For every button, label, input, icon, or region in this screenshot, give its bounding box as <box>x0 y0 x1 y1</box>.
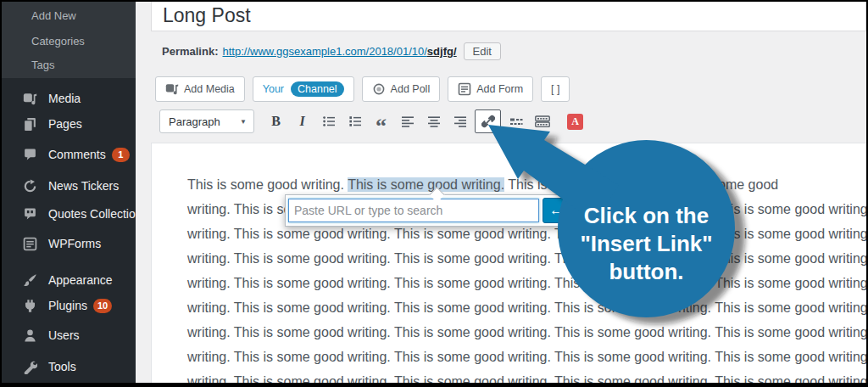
add-form-label: Add Form <box>476 83 523 95</box>
advanced-editor-button[interactable]: A <box>567 114 583 130</box>
plugins-count-badge: 10 <box>93 299 112 313</box>
line-text: This is some good writing. This is some … <box>504 177 778 192</box>
sidebar-item-label: Appearance <box>48 273 113 287</box>
media-buttons-row: Add Media Your Channel Add Poll Add Form… <box>155 76 570 102</box>
your-channel-label-your: Your <box>263 83 284 95</box>
permalink-edit-button[interactable]: Edit <box>464 42 501 60</box>
sidebar-item-label: News Tickers <box>48 179 119 193</box>
editor-line: writing. This is some good writing. This… <box>187 345 866 369</box>
news-tickers-icon <box>22 178 37 194</box>
align-center-button[interactable] <box>422 110 445 132</box>
align-left-button[interactable] <box>396 110 419 132</box>
tools-icon <box>22 359 37 374</box>
add-media-icon <box>165 82 179 96</box>
sidebar-item-label: Pages <box>48 117 82 131</box>
sidebar-item-news-tickers[interactable]: News Tickers <box>2 174 136 198</box>
posts-submenu: Add New Categories Tags <box>2 2 136 78</box>
sidebar-item-categories[interactable]: Categories <box>31 33 85 50</box>
sidebar-item-label: WPForms <box>48 237 101 250</box>
users-icon <box>22 328 37 343</box>
sidebar-item-label: Comments <box>48 148 106 161</box>
selected-text: This is some good writing. <box>348 177 504 192</box>
wpforms-icon <box>22 236 37 251</box>
chevron-down-icon: ▼ <box>240 118 247 126</box>
permalink-link[interactable]: http://www.ggsexample1.com/2018/01/10/sd… <box>222 45 456 58</box>
align-right-button[interactable] <box>448 110 471 132</box>
shortcode-label: [ ] <box>551 83 559 95</box>
quotes-collection-icon <box>22 206 37 222</box>
editor-content-area[interactable]: This is some good writing. This is some … <box>151 143 866 383</box>
your-channel-label-channel: Channel <box>291 81 344 97</box>
sidebar-item-label: Media <box>48 92 81 105</box>
appearance-icon <box>22 272 37 288</box>
italic-button[interactable]: I <box>291 110 314 132</box>
screenshot-frame: Add New Categories Tags Media Pages Comm… <box>2 2 866 383</box>
insert-link-popup: ← <box>285 194 574 227</box>
numbered-list-button[interactable] <box>343 110 366 132</box>
editor-line: writing. This is some good writing. This… <box>187 320 866 345</box>
sidebar-item-tags[interactable]: Tags <box>31 57 54 74</box>
insert-link-button[interactable] <box>475 109 501 133</box>
editor-line: This is some good writing. This is some … <box>187 172 866 197</box>
add-media-label: Add Media <box>184 83 235 95</box>
editor-line: writing. This is some good writing. This… <box>187 246 866 271</box>
sidebar-item-users[interactable]: Users <box>2 323 136 347</box>
sidebar-item-add-new[interactable]: Add New <box>31 8 76 25</box>
post-title-input[interactable]: Long Post <box>151 2 866 31</box>
add-poll-icon <box>372 82 386 96</box>
permalink-label: Permalink: <box>162 45 218 58</box>
admin-sidebar: Add New Categories Tags Media Pages Comm… <box>2 2 136 383</box>
sidebar-item-plugins[interactable]: Plugins 10 <box>2 294 136 317</box>
apply-link-button[interactable]: ← <box>542 198 570 223</box>
editor-toolbar: Paragraph ▼ B I “ A <box>159 109 583 134</box>
sidebar-item-tools[interactable]: Tools <box>2 355 136 379</box>
sidebar-item-media[interactable]: Media <box>2 87 136 110</box>
sidebar-item-label: Quotes Collection <box>48 207 142 221</box>
paragraph-style-value: Paragraph <box>169 115 240 128</box>
add-poll-button[interactable]: Add Poll <box>362 76 441 102</box>
sidebar-item-wpforms[interactable]: WPForms <box>2 232 136 255</box>
permalink-url: http://www.ggsexample1.com/2018/01/10/ <box>222 45 426 58</box>
permalink-slug: sdjfg/ <box>427 45 457 58</box>
sidebar-item-label: Users <box>48 328 80 342</box>
line-text: This is some good writing. <box>187 177 348 192</box>
sidebar-item-quotes-collection[interactable]: Quotes Collection <box>2 202 136 226</box>
read-more-button[interactable] <box>504 110 527 132</box>
bulleted-list-button[interactable] <box>317 110 340 132</box>
add-form-button[interactable]: Add Form <box>448 76 533 102</box>
add-poll-label: Add Poll <box>391 83 431 95</box>
bold-button[interactable]: B <box>264 110 287 132</box>
paragraph-style-select[interactable]: Paragraph ▼ <box>159 109 254 133</box>
editor-line: writing. This is some good writing. This… <box>187 271 866 295</box>
sidebar-item-appearance[interactable]: Appearance <box>2 268 136 292</box>
blockquote-button[interactable]: “ <box>370 110 392 132</box>
sidebar-item-pages[interactable]: Pages <box>2 112 136 136</box>
sidebar-item-label: Tools <box>48 360 76 373</box>
comments-icon <box>22 147 37 162</box>
add-form-icon <box>458 82 471 96</box>
add-media-button[interactable]: Add Media <box>155 76 245 102</box>
post-title-text: Long Post <box>163 4 865 27</box>
toolbar-toggle-button[interactable] <box>531 110 554 132</box>
editor-line: writing. This is some good writing. This… <box>187 369 866 383</box>
editor-line: writing. This is some good writing. This… <box>187 295 866 320</box>
comments-count-badge: 1 <box>112 148 130 162</box>
permalink-row: Permalink: http://www.ggsexample1.com/20… <box>162 41 501 61</box>
pages-icon <box>22 116 37 132</box>
shortcode-button[interactable]: [ ] <box>541 76 570 102</box>
sidebar-item-comments[interactable]: Comments 1 <box>2 143 136 166</box>
plugins-icon <box>22 298 37 313</box>
media-icon <box>22 91 37 106</box>
your-channel-button[interactable]: Your Channel <box>253 76 354 102</box>
link-url-input[interactable] <box>288 199 539 222</box>
sidebar-item-label: Plugins <box>48 299 87 312</box>
